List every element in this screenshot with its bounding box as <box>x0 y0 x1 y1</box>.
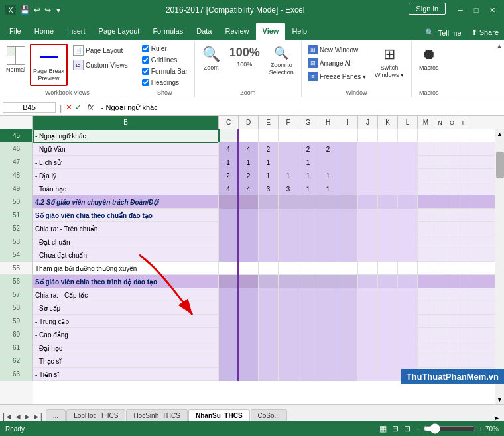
cell-h56[interactable] <box>318 275 338 288</box>
view-normal-icon[interactable]: ▦ <box>379 424 387 433</box>
cell-i59[interactable] <box>338 315 358 328</box>
cell-c49[interactable]: 4 <box>219 182 239 195</box>
cell-g58[interactable] <box>298 301 318 315</box>
tab-nav-prev[interactable]: ◄ <box>14 412 22 421</box>
tab-file[interactable]: File <box>3 23 28 40</box>
zoom-control[interactable]: ─ + 70% <box>416 423 499 434</box>
cell-c60[interactable] <box>219 328 239 341</box>
col-header-i[interactable]: I <box>338 116 358 129</box>
sign-in-button[interactable]: Sign in <box>409 3 446 15</box>
cell-b60[interactable]: - Cao đẳng <box>33 328 219 341</box>
cell-d61[interactable] <box>239 341 259 354</box>
cell-g49[interactable]: 1 <box>298 182 318 195</box>
close-button[interactable]: ✕ <box>485 3 499 17</box>
cell-j58[interactable] <box>358 301 378 315</box>
cell-l61[interactable] <box>398 341 418 354</box>
cell-b59[interactable]: - Trung cấp <box>33 315 219 328</box>
cell-i62[interactable] <box>338 354 358 368</box>
cell-l57[interactable] <box>398 288 418 301</box>
cell-i54[interactable] <box>338 248 358 262</box>
view-pagebreak-icon[interactable]: ⊡ <box>404 424 410 433</box>
zoom-selection-button[interactable]: 🔍 Zoom toSelection <box>266 44 297 78</box>
cell-m52[interactable] <box>418 222 434 235</box>
cell-l59[interactable] <box>398 315 418 328</box>
tab-formulas[interactable]: Formulas <box>146 23 190 40</box>
cell-i61[interactable] <box>338 341 358 354</box>
cell-k46[interactable] <box>378 142 398 156</box>
cell-c46[interactable]: 4 <box>219 142 239 156</box>
cell-p47[interactable] <box>458 156 470 169</box>
cell-h60[interactable] <box>318 328 338 341</box>
cell-e63[interactable] <box>259 368 279 381</box>
cell-f54[interactable] <box>279 248 298 262</box>
cell-k62[interactable] <box>378 354 398 368</box>
cell-j50[interactable] <box>358 195 378 209</box>
cell-f56[interactable] <box>279 275 298 288</box>
cell-d58[interactable] <box>239 301 259 315</box>
cell-f59[interactable] <box>279 315 298 328</box>
cell-j45[interactable] <box>358 129 378 142</box>
macros-button[interactable]: ⏺ Macros <box>416 44 442 74</box>
row-num-47[interactable]: 47 <box>0 156 33 169</box>
cell-d53[interactable] <box>239 235 259 248</box>
cell-g50[interactable] <box>298 195 318 209</box>
cell-e58[interactable] <box>259 301 279 315</box>
cell-n60[interactable] <box>434 328 446 341</box>
scroll-thumb[interactable] <box>496 152 504 178</box>
cell-p59[interactable] <box>458 315 470 328</box>
col-header-g[interactable]: G <box>298 116 318 129</box>
cell-n50[interactable] <box>434 195 446 209</box>
cell-l54[interactable] <box>398 248 418 262</box>
cell-n61[interactable] <box>434 341 446 354</box>
cell-c47[interactable]: 1 <box>219 156 239 169</box>
cell-l58[interactable] <box>398 301 418 315</box>
cell-i52[interactable] <box>338 222 358 235</box>
cell-e61[interactable] <box>259 341 279 354</box>
cell-e51[interactable] <box>259 209 279 222</box>
cell-f55[interactable] <box>279 262 298 275</box>
cell-l56[interactable] <box>398 275 418 288</box>
row-num-52[interactable]: 52 <box>0 222 33 235</box>
cell-l51[interactable] <box>398 209 418 222</box>
cell-p56[interactable] <box>458 275 470 288</box>
row-num-49[interactable]: 49 <box>0 182 33 195</box>
cell-l53[interactable] <box>398 235 418 248</box>
cell-g57[interactable] <box>298 288 318 301</box>
cell-m62[interactable] <box>418 354 434 368</box>
page-layout-button[interactable]: 📄 Page Layout <box>70 44 131 57</box>
cell-k61[interactable] <box>378 341 398 354</box>
zoom-button[interactable]: 🔍 Zoom <box>199 44 223 74</box>
cell-p45[interactable] <box>458 129 470 142</box>
cell-e49[interactable]: 3 <box>259 182 279 195</box>
cell-e60[interactable] <box>259 328 279 341</box>
cell-o57[interactable] <box>446 288 458 301</box>
cell-m59[interactable] <box>418 315 434 328</box>
cell-j55[interactable] <box>358 262 378 275</box>
cell-g45[interactable] <box>298 129 318 142</box>
cell-c61[interactable] <box>219 341 239 354</box>
cell-h62[interactable] <box>318 354 338 368</box>
cell-p51[interactable] <box>458 209 470 222</box>
cell-o46[interactable] <box>446 142 458 156</box>
cell-f57[interactable] <box>279 288 298 301</box>
arrange-all-button[interactable]: ⊟ Arrange All <box>306 57 369 69</box>
col-header-l[interactable]: L <box>398 116 418 129</box>
cell-p57[interactable] <box>458 288 470 301</box>
view-layout-icon[interactable]: ⊟ <box>392 424 399 433</box>
row-num-59[interactable]: 59 <box>0 315 33 328</box>
cell-f47[interactable] <box>279 156 298 169</box>
cell-l50[interactable] <box>398 195 418 209</box>
col-header-o[interactable]: O <box>446 116 458 129</box>
row-num-53[interactable]: 53 <box>0 235 33 248</box>
cell-e52[interactable] <box>259 222 279 235</box>
cell-k54[interactable] <box>378 248 398 262</box>
cell-o50[interactable] <box>446 195 458 209</box>
cell-l62[interactable] <box>398 354 418 368</box>
zoom-plus-button[interactable]: + <box>479 425 483 433</box>
headings-checkbox[interactable] <box>142 79 149 86</box>
cell-c48[interactable]: 2 <box>219 169 239 182</box>
cell-c58[interactable] <box>219 301 239 315</box>
cell-j48[interactable] <box>358 169 378 182</box>
cell-j49[interactable] <box>358 182 378 195</box>
row-num-51[interactable]: 51 <box>0 209 33 222</box>
